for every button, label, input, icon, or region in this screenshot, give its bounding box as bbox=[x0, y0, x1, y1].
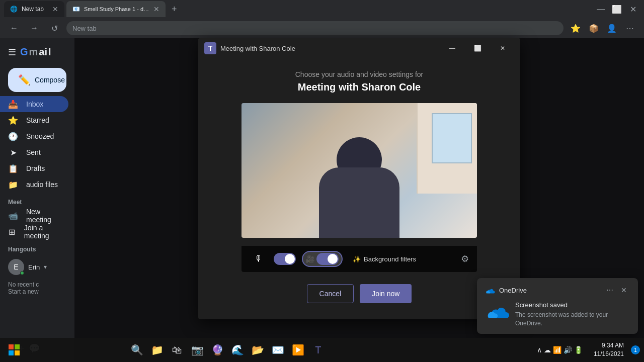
maximize-button[interactable]: ⬜ bbox=[610, 2, 624, 16]
settings-gear-button[interactable]: ⚙ bbox=[461, 253, 469, 264]
no-recent-text: No recent c Start a new bbox=[0, 279, 74, 297]
svg-rect-0 bbox=[9, 344, 14, 349]
compose-button[interactable]: ✏️ Compose bbox=[8, 68, 66, 92]
tab-close-button[interactable]: ✕ bbox=[52, 5, 58, 13]
sidebar-item-drafts[interactable]: 📋 Drafts bbox=[0, 160, 68, 176]
teams-minimize-button[interactable]: — bbox=[441, 40, 464, 56]
taskbar-apps-button[interactable]: 🔮 bbox=[208, 341, 226, 359]
sidebar-item-snoozed[interactable]: 🕐 Snoozed bbox=[0, 128, 68, 144]
room-window bbox=[432, 113, 472, 163]
taskbar-media-button[interactable]: ▶️ bbox=[289, 341, 307, 359]
notification-menu-button[interactable]: ⋯ bbox=[604, 284, 616, 296]
notification-body: Screenshot saved The screenshot was adde… bbox=[485, 301, 630, 328]
bookmark-button[interactable]: ⭐ bbox=[568, 20, 584, 36]
collections-button[interactable]: 📦 bbox=[586, 20, 602, 36]
svg-rect-3 bbox=[15, 350, 20, 355]
sidebar-item-sent[interactable]: ➤ Sent bbox=[0, 144, 68, 160]
tab-gmail[interactable]: 📧 Smell Study Phase 1 - duplicitya... ✕ bbox=[66, 1, 166, 17]
drafts-icon: 📋 bbox=[8, 164, 18, 173]
video-preview-inner bbox=[242, 103, 477, 238]
background-filters-button[interactable]: ✨ Background filters bbox=[353, 255, 416, 263]
taskbar-store-button[interactable]: 🛍 bbox=[168, 341, 186, 359]
compose-label: Compose bbox=[35, 76, 65, 84]
minimize-button[interactable]: — bbox=[594, 2, 608, 16]
sidebar-item-audio-files[interactable]: 📁 audio files bbox=[0, 176, 68, 193]
sidebar-item-join-meeting[interactable]: ⊞ Join a meeting bbox=[0, 224, 68, 240]
teams-maximize-button[interactable]: ⬜ bbox=[466, 40, 489, 56]
sidebar-item-inbox[interactable]: 📥 Inbox bbox=[0, 96, 68, 112]
camera-toggle-group[interactable]: 🎥 bbox=[302, 251, 343, 267]
notification-header: OneDrive ⋯ ✕ bbox=[485, 284, 630, 296]
taskbar-right: ∧ ☁ 📶 🔊 🔋 9:34 AM 11/16/2021 1 bbox=[533, 341, 640, 358]
onedrive-notification: OneDrive ⋯ ✕ Screenshot saved The screen… bbox=[477, 278, 638, 334]
back-button[interactable]: ← bbox=[6, 20, 22, 36]
new-tab-button[interactable]: + bbox=[168, 2, 181, 17]
inbox-icon: 📥 bbox=[8, 100, 18, 109]
audio-files-label: audio files bbox=[26, 180, 58, 189]
window-controls: — ⬜ ✕ bbox=[594, 2, 640, 16]
taskbar-files-button[interactable]: 📁 bbox=[148, 341, 166, 359]
sidebar-item-new-meeting[interactable]: 📹 New meeting bbox=[0, 208, 68, 224]
menu-icon[interactable]: ☰ bbox=[8, 47, 16, 58]
system-clock[interactable]: 9:34 AM 11/16/2021 bbox=[590, 341, 628, 358]
tab-label: New tab bbox=[22, 6, 44, 13]
svg-rect-1 bbox=[15, 344, 20, 349]
taskbar-center: 🔍 📁 🛍 📷 🔮 🌊 📂 ✉️ ▶️ T bbox=[128, 341, 327, 359]
new-meeting-icon: 📹 bbox=[8, 211, 18, 221]
join-meeting-icon: ⊞ bbox=[8, 227, 16, 237]
teams-window-controls: — ⬜ ✕ bbox=[441, 40, 514, 56]
mic-toggle[interactable] bbox=[274, 253, 296, 265]
camera-toggle[interactable] bbox=[316, 253, 339, 265]
menu-button[interactable]: ⋯ bbox=[622, 20, 638, 36]
video-preview bbox=[242, 103, 477, 238]
taskbar-search-button[interactable]: 🔍 bbox=[128, 341, 146, 359]
tab-gmail-close-button[interactable]: ✕ bbox=[153, 5, 159, 13]
onedrive-tray-icon[interactable]: ☁ bbox=[544, 346, 551, 354]
refresh-button[interactable]: ↺ bbox=[46, 20, 62, 36]
teams-title-left: T Meeting with Sharon Cole bbox=[204, 42, 295, 54]
join-now-button[interactable]: Join now bbox=[360, 284, 412, 303]
hangouts-section-header: Hangouts bbox=[0, 240, 74, 255]
person-body bbox=[319, 167, 399, 238]
address-bar[interactable]: New tab bbox=[66, 21, 564, 35]
hangout-user-item[interactable]: E Erin ▾ bbox=[0, 255, 74, 279]
snoozed-icon: 🕐 bbox=[8, 132, 18, 141]
onedrive-logo-large bbox=[485, 301, 509, 321]
notification-controls: ⋯ ✕ bbox=[604, 284, 630, 296]
sparkle-icon: ✨ bbox=[353, 255, 361, 263]
cancel-button[interactable]: Cancel bbox=[307, 284, 354, 303]
teams-close-button[interactable]: ✕ bbox=[491, 40, 514, 56]
taskbar-todo-button[interactable]: ✉️ bbox=[269, 341, 287, 359]
sidebar-item-starred[interactable]: ⭐ Starred bbox=[0, 112, 68, 128]
taskbar-photos-button[interactable]: 📷 bbox=[188, 341, 206, 359]
online-indicator bbox=[20, 271, 24, 275]
notification-text: Screenshot saved The screenshot was adde… bbox=[515, 301, 630, 328]
taskbar-edge-button[interactable]: 🌊 bbox=[228, 341, 247, 359]
start-button[interactable] bbox=[4, 340, 24, 360]
close-window-button[interactable]: ✕ bbox=[626, 2, 640, 16]
profile-button[interactable]: 👤 bbox=[604, 20, 620, 36]
sent-label: Sent bbox=[26, 148, 41, 156]
teams-dialog: T Meeting with Sharon Cole — ⬜ ✕ Choose … bbox=[198, 38, 520, 319]
forward-button[interactable]: → bbox=[26, 20, 42, 36]
meeting-title: Meeting with Sharon Cole bbox=[218, 81, 500, 93]
battery-icon[interactable]: 🔋 bbox=[574, 346, 583, 354]
tab-bar: 🌐 New tab ✕ 📧 Smell Study Phase 1 - dupl… bbox=[0, 0, 644, 18]
taskbar-explorer-button[interactable]: 📂 bbox=[249, 341, 267, 359]
tab-new-tab[interactable]: 🌐 New tab ✕ bbox=[4, 1, 64, 17]
meet-section-header: Meet bbox=[0, 193, 74, 208]
volume-icon[interactable]: 🔊 bbox=[564, 346, 572, 354]
wifi-icon[interactable]: 📶 bbox=[553, 346, 561, 354]
taskbar-teams-button[interactable]: T bbox=[309, 341, 327, 359]
notification-badge[interactable]: 1 bbox=[631, 345, 640, 354]
teams-logo: T bbox=[204, 42, 216, 54]
notification-close-button[interactable]: ✕ bbox=[618, 284, 630, 296]
hangout-arrow-icon: ▾ bbox=[44, 263, 47, 270]
notification-message-title: Screenshot saved bbox=[515, 301, 630, 309]
gmail-logo: Gmail bbox=[20, 46, 51, 58]
microphone-button[interactable]: 🎙 bbox=[250, 250, 268, 268]
windows-logo bbox=[8, 344, 20, 356]
tray-expand-icon[interactable]: ∧ bbox=[537, 346, 542, 354]
inbox-label: Inbox bbox=[26, 100, 43, 108]
system-tray: ∧ ☁ 📶 🔊 🔋 bbox=[533, 346, 587, 354]
